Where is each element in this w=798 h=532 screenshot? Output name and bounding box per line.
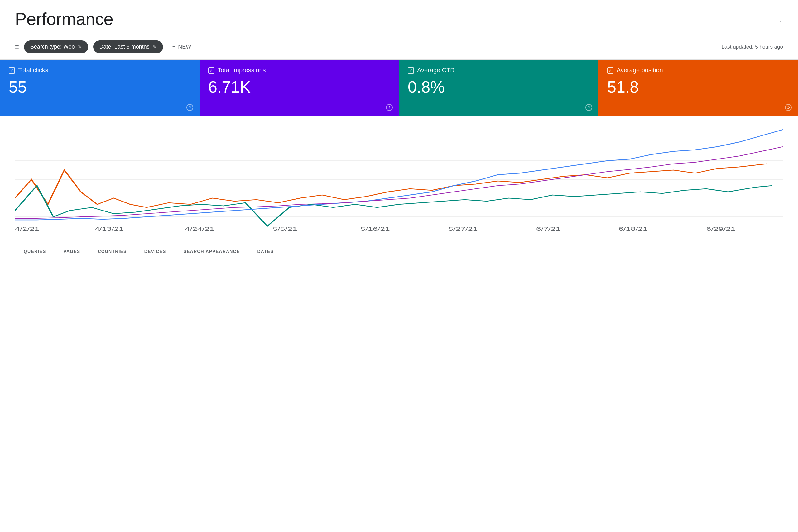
search-type-filter[interactable]: Search type: Web ✎ [24, 40, 88, 53]
tab-pages[interactable]: PAGES [55, 243, 89, 260]
header-right: ↓ [779, 14, 783, 24]
last-updated-label: Last updated: 5 hours ago [721, 44, 783, 50]
clicks-help-icon[interactable]: ? [186, 104, 193, 111]
clicks-label: ✓ Total clicks [9, 66, 191, 74]
tab-queries[interactable]: QUERIES [15, 243, 55, 260]
svg-text:5/16/21: 5/16/21 [361, 226, 390, 232]
impressions-help-icon[interactable]: ? [386, 104, 393, 111]
clicks-checkbox[interactable]: ✓ [9, 67, 15, 74]
search-type-label: Search type: Web [30, 44, 75, 50]
tabs-bar: QUERIES PAGES COUNTRIES DEVICES SEARCH A… [0, 243, 798, 260]
ctr-checkbox[interactable]: ✓ [408, 67, 414, 74]
date-edit-icon[interactable]: ✎ [153, 44, 157, 50]
new-filter-button[interactable]: + NEW [168, 40, 196, 53]
performance-chart: 4/2/21 4/13/21 4/24/21 5/5/21 5/16/21 5/… [15, 124, 783, 235]
page-container: Performance ↓ ≡ Search type: Web ✎ Date:… [0, 0, 798, 532]
ctr-value: 0.8% [408, 78, 590, 96]
search-type-edit-icon[interactable]: ✎ [78, 44, 82, 50]
metrics-row: ✓ Total clicks 55 ? ✓ Total impressions … [0, 60, 798, 116]
svg-text:6/29/21: 6/29/21 [706, 226, 736, 232]
page-title: Performance [15, 9, 113, 29]
tab-dates[interactable]: DATES [249, 243, 282, 260]
impressions-label: ✓ Total impressions [208, 66, 390, 74]
svg-text:6/18/21: 6/18/21 [618, 226, 648, 232]
filter-bar: ≡ Search type: Web ✎ Date: Last 3 months… [0, 34, 798, 60]
metric-card-impressions[interactable]: ✓ Total impressions 6.71K ? [200, 60, 399, 116]
metric-card-position[interactable]: ✓ Average position 51.8 ⟳ [598, 60, 798, 116]
position-value: 51.8 [607, 78, 789, 96]
tab-countries[interactable]: COUNTRIES [89, 243, 135, 260]
date-label: Date: Last 3 months [99, 44, 150, 50]
metric-card-ctr[interactable]: ✓ Average CTR 0.8% ? [399, 60, 598, 116]
position-label: ✓ Average position [607, 66, 789, 74]
clicks-value: 55 [9, 78, 191, 96]
position-help-icon[interactable]: ⟳ [785, 104, 792, 111]
tab-devices[interactable]: DEVICES [135, 243, 175, 260]
download-icon[interactable]: ↓ [779, 14, 783, 24]
impressions-checkbox[interactable]: ✓ [208, 67, 215, 74]
chart-svg-container: 4/2/21 4/13/21 4/24/21 5/5/21 5/16/21 5/… [15, 124, 783, 235]
position-checkbox[interactable]: ✓ [607, 67, 614, 74]
metric-card-clicks[interactable]: ✓ Total clicks 55 ? [0, 60, 200, 116]
filter-menu-icon[interactable]: ≡ [15, 43, 19, 51]
svg-text:4/13/21: 4/13/21 [94, 226, 124, 232]
svg-text:5/5/21: 5/5/21 [273, 226, 297, 232]
ctr-label: ✓ Average CTR [408, 66, 590, 74]
tab-search-appearance[interactable]: SEARCH APPEARANCE [175, 243, 249, 260]
svg-text:5/27/21: 5/27/21 [448, 226, 477, 232]
new-label: NEW [178, 44, 191, 50]
ctr-help-icon[interactable]: ? [585, 104, 592, 111]
plus-icon: + [173, 44, 176, 50]
date-filter[interactable]: Date: Last 3 months ✎ [93, 40, 163, 53]
chart-area: 4/2/21 4/13/21 4/24/21 5/5/21 5/16/21 5/… [0, 116, 798, 243]
svg-text:6/7/21: 6/7/21 [536, 226, 561, 232]
header: Performance ↓ [0, 0, 798, 34]
svg-text:4/24/21: 4/24/21 [185, 226, 215, 232]
svg-text:4/2/21: 4/2/21 [15, 226, 39, 232]
impressions-value: 6.71K [208, 78, 390, 96]
